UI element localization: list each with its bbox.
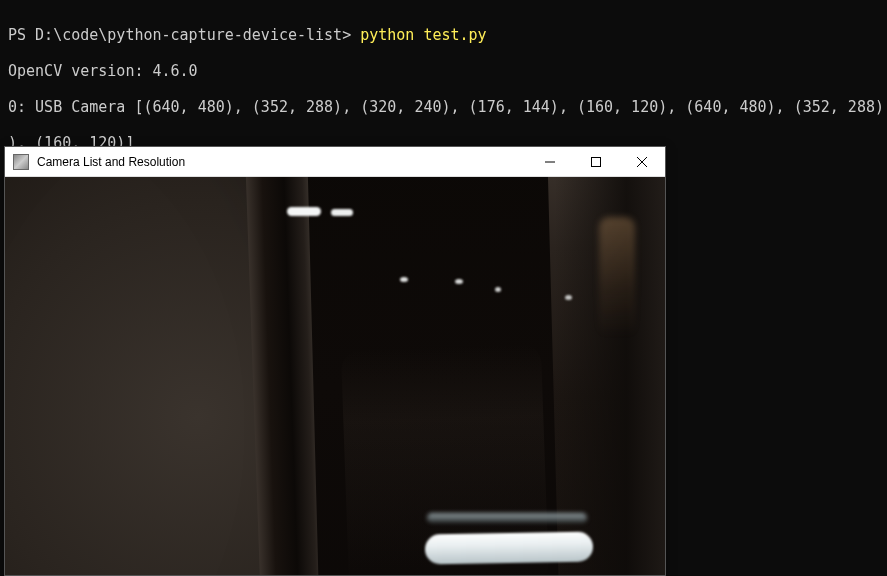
minimize-button[interactable] — [527, 147, 573, 177]
camera-image-highlight — [495, 287, 501, 292]
camera-image-highlight — [427, 513, 587, 523]
camera-window: Camera List and Resolution — [4, 146, 666, 576]
maximize-button[interactable] — [573, 147, 619, 177]
camera-image-highlight — [455, 279, 463, 284]
output-camera-0: 0: USB Camera [(640, 480), (352, 288), (… — [8, 98, 879, 116]
close-icon — [637, 157, 647, 167]
close-button[interactable] — [619, 147, 665, 177]
app-icon — [13, 154, 29, 170]
camera-image-highlight — [331, 209, 353, 216]
minimize-icon — [545, 157, 555, 167]
window-controls — [527, 147, 665, 176]
svg-rect-1 — [592, 158, 601, 167]
prompt-command: python test.py — [360, 26, 486, 44]
maximize-icon — [591, 157, 601, 167]
camera-image-highlight — [425, 532, 593, 565]
prompt-path: PS D:\code\python-capture-device-list> — [8, 26, 360, 44]
output-opencv-version: OpenCV version: 4.6.0 — [8, 62, 879, 80]
camera-image-highlight — [287, 207, 321, 216]
window-title: Camera List and Resolution — [37, 153, 527, 171]
camera-preview — [5, 177, 665, 575]
window-titlebar[interactable]: Camera List and Resolution — [5, 147, 665, 177]
camera-image-highlight — [565, 295, 572, 300]
camera-image-highlight — [400, 277, 408, 282]
camera-image-shape — [599, 217, 635, 337]
